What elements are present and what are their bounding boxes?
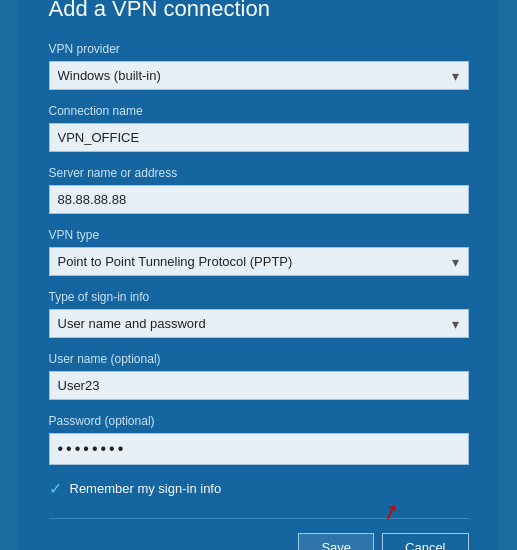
server-name-label: Server name or address: [49, 166, 469, 180]
username-input[interactable]: [49, 371, 469, 400]
username-label: User name (optional): [49, 352, 469, 366]
vpn-provider-select-wrapper: Windows (built-in): [49, 61, 469, 90]
connection-name-group: Connection name: [49, 104, 469, 152]
vpn-type-label: VPN type: [49, 228, 469, 242]
vpn-type-select-wrapper: Point to Point Tunneling Protocol (PPTP): [49, 247, 469, 276]
sign-in-type-label: Type of sign-in info: [49, 290, 469, 304]
vpn-provider-label: VPN provider: [49, 42, 469, 56]
server-name-input[interactable]: [49, 185, 469, 214]
save-button[interactable]: Save: [298, 533, 374, 550]
dialog-title: Add a VPN connection: [49, 0, 469, 22]
remember-label: Remember my sign-in info: [70, 481, 222, 496]
server-name-group: Server name or address: [49, 166, 469, 214]
vpn-dialog: www.wintips.org Add a VPN connection VPN…: [19, 0, 499, 550]
password-label: Password (optional): [49, 414, 469, 428]
vpn-provider-select[interactable]: Windows (built-in): [49, 61, 469, 90]
connection-name-label: Connection name: [49, 104, 469, 118]
vpn-type-select[interactable]: Point to Point Tunneling Protocol (PPTP): [49, 247, 469, 276]
cancel-button[interactable]: Cancel: [382, 533, 468, 550]
remember-row: ✓ Remember my sign-in info: [49, 479, 469, 498]
vpn-type-group: VPN type Point to Point Tunneling Protoc…: [49, 228, 469, 276]
connection-name-input[interactable]: [49, 123, 469, 152]
username-group: User name (optional): [49, 352, 469, 400]
vpn-provider-group: VPN provider Windows (built-in): [49, 42, 469, 90]
sign-in-type-group: Type of sign-in info User name and passw…: [49, 290, 469, 338]
password-group: Password (optional): [49, 414, 469, 465]
sign-in-type-select[interactable]: User name and password: [49, 309, 469, 338]
password-input[interactable]: [49, 433, 469, 465]
sign-in-type-select-wrapper: User name and password: [49, 309, 469, 338]
checkmark-icon: ✓: [49, 479, 62, 498]
cursor-arrow-icon: ↗: [378, 498, 402, 526]
button-row: ↗ Save Cancel: [49, 518, 469, 550]
